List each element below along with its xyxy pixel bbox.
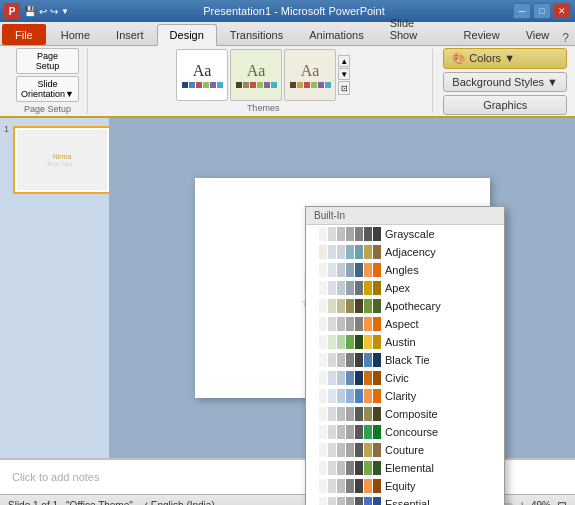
background-styles-button[interactable]: Background Styles ▼ [443,72,567,92]
color-swatch [328,335,336,349]
color-swatch [346,407,354,421]
dropdown-section-label: Built-In [306,207,504,225]
app-icon: P [4,3,20,19]
color-swatch [364,227,372,241]
color-theme-item[interactable]: Angles [306,261,504,279]
color-swatch [346,443,354,457]
color-swatch [337,317,345,331]
theme-btn-2[interactable]: Aa [230,49,282,101]
tab-file[interactable]: File [2,24,46,45]
color-swatch [364,443,372,457]
color-theme-label: Apex [385,282,500,294]
tab-design[interactable]: Design [157,24,217,46]
color-theme-item[interactable]: Composite [306,405,504,423]
zoom-in-button[interactable]: + [519,500,525,505]
title-bar: P 💾 ↩ ↪ ▼ Presentation1 - Microsoft Powe… [0,0,575,22]
color-swatch [310,335,318,349]
window-controls: ─ □ ✕ [513,3,571,19]
color-swatch [355,443,363,457]
themes-scroll-more[interactable]: ▲ ▼ ⊡ [338,55,350,95]
zoom-level[interactable]: 49% [531,500,551,505]
qat-dropdown[interactable]: ▼ [61,7,69,16]
colors-dropdown: Built-In OfficeGrayscaleAdjacencyAnglesA… [305,206,505,505]
color-theme-item[interactable]: Clarity [306,387,504,405]
tab-home[interactable]: Home [48,24,103,45]
color-swatch [373,299,381,313]
color-swatch [373,389,381,403]
color-theme-label: Grayscale [385,228,500,240]
color-theme-item[interactable]: Black Tie [306,351,504,369]
color-swatch [364,317,372,331]
color-swatch [319,281,327,295]
fit-window-button[interactable]: ⊡ [557,499,567,506]
dropdown-scroll[interactable]: OfficeGrayscaleAdjacencyAnglesApexApothe… [306,225,504,505]
color-swatch [373,443,381,457]
color-theme-item[interactable]: Elemental [306,459,504,477]
color-swatch-row [310,263,381,277]
color-swatch [319,479,327,493]
color-theme-item[interactable]: Essential [306,495,504,505]
color-theme-item[interactable]: Civic [306,369,504,387]
tab-slide-show[interactable]: Slide Show [377,12,451,45]
color-theme-item[interactable]: Concourse [306,423,504,441]
color-swatch-row [310,443,381,457]
graphics-button[interactable]: Graphics [443,95,567,115]
help-icon[interactable]: ? [562,31,569,45]
color-swatch [319,461,327,475]
color-swatch-row [310,461,381,475]
slide-thumbnail[interactable]: NirmaTech Tips... [13,126,110,194]
page-setup-button[interactable]: PageSetup [16,48,79,74]
page-setup-items: PageSetup SlideOrientation▼ [16,48,79,102]
tab-view[interactable]: View [513,24,563,45]
color-swatch [373,407,381,421]
color-swatch [355,299,363,313]
color-theme-item[interactable]: Apothecary [306,297,504,315]
theme-btn-1[interactable]: Aa [176,49,228,101]
color-swatch [364,353,372,367]
color-swatch [364,281,372,295]
color-swatch [373,425,381,439]
colors-palette-icon: 🎨 [452,52,466,65]
color-swatch [310,497,318,505]
color-theme-item[interactable]: Couture [306,441,504,459]
minimize-button[interactable]: ─ [513,3,531,19]
qat-undo[interactable]: ↩ [39,6,47,17]
qat-save[interactable]: 💾 [24,6,36,17]
tab-review[interactable]: Review [451,24,513,45]
color-swatch [310,245,318,259]
color-swatch [373,353,381,367]
color-swatch [319,443,327,457]
color-swatch [355,389,363,403]
color-theme-item[interactable]: Grayscale [306,225,504,243]
color-swatch [355,461,363,475]
maximize-button[interactable]: □ [533,3,551,19]
color-swatch [364,479,372,493]
color-theme-item[interactable]: Austin [306,333,504,351]
tab-animations[interactable]: Animations [296,24,376,45]
tab-transitions[interactable]: Transitions [217,24,296,45]
color-swatch [355,245,363,259]
color-swatch [373,317,381,331]
color-swatch-row [310,227,381,241]
tab-insert[interactable]: Insert [103,24,157,45]
slide-orientation-button[interactable]: SlideOrientation▼ [16,76,79,102]
color-swatch-row [310,371,381,385]
language-button[interactable]: ✓ English (India) [141,500,215,505]
colors-dropdown-button[interactable]: 🎨 Colors ▼ [443,48,567,69]
color-swatch [310,461,318,475]
close-button[interactable]: ✕ [553,3,571,19]
color-theme-item[interactable]: Apex [306,279,504,297]
color-swatch [355,227,363,241]
qat-redo[interactable]: ↪ [50,6,58,17]
theme-btn-3[interactable]: Aa [284,49,336,101]
color-swatch [364,263,372,277]
color-swatch [328,281,336,295]
color-swatch-row [310,335,381,349]
color-swatch [337,371,345,385]
color-theme-item[interactable]: Aspect [306,315,504,333]
color-theme-item[interactable]: Adjacency [306,243,504,261]
color-swatch [328,443,336,457]
color-swatch [337,425,345,439]
color-theme-item[interactable]: Equity [306,477,504,495]
color-swatch [319,497,327,505]
